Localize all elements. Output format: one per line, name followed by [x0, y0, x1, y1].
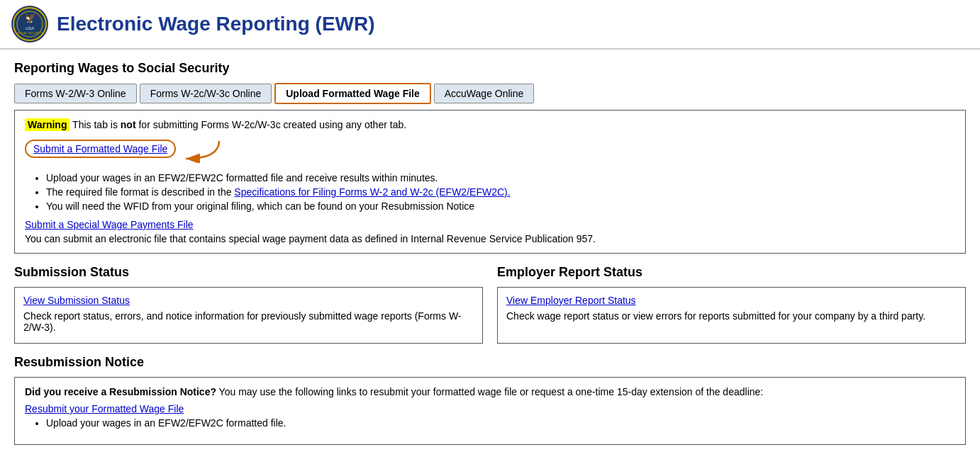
upload-bullets: Upload your wages in an EFW2/EFW2C forma… — [46, 172, 955, 212]
warning-text: This tab is not for submitting Forms W-2… — [69, 119, 406, 130]
ssa-logo: 🦅 USA SOCIAL SECURITY — [11, 6, 48, 43]
resubmission-question-rest: You may use the following links to resub… — [216, 386, 763, 397]
special-wage-link[interactable]: Submit a Special Wage Payments File — [25, 219, 194, 230]
svg-text:USA: USA — [26, 26, 34, 30]
reporting-section: Reporting Wages to Social Security Forms… — [14, 61, 966, 254]
special-wage-desc: You can submit an electronic file that c… — [25, 233, 955, 244]
warning-badge: Warning — [25, 118, 69, 131]
warning-line: Warning This tab is not for submitting F… — [25, 119, 955, 130]
resubmission-bullet-1: Upload your wages in an EFW2/EFW2C forma… — [46, 417, 955, 429]
resubmission-section: Resubmission Notice Did you receive a Re… — [14, 355, 966, 445]
submission-status-col: Submission Status View Submission Status… — [14, 265, 483, 344]
resubmission-bullets: Upload your wages in an EFW2/EFW2C forma… — [46, 417, 955, 429]
employer-report-desc: Check wage report status or view errors … — [506, 310, 957, 322]
tab-w2c-w3c[interactable]: Forms W-2c/W-3c Online — [140, 84, 272, 103]
status-columns: Submission Status View Submission Status… — [14, 265, 966, 344]
submit-formatted-wage-link[interactable]: Submit a Formatted Wage File — [33, 143, 167, 154]
tab-upload[interactable]: Upload Formatted Wage File — [274, 83, 431, 104]
page-header: 🦅 USA SOCIAL SECURITY Electronic Wage Re… — [0, 0, 980, 50]
submission-status-box: View Submission Status Check report stat… — [14, 287, 483, 344]
page-title: Electronic Wage Reporting (EWR) — [57, 13, 375, 35]
bullet-3: You will need the WFID from your origina… — [46, 200, 955, 212]
submission-status-heading: Submission Status — [14, 265, 483, 280]
spec-link[interactable]: Specifications for Filing Forms W-2 and … — [234, 186, 510, 198]
resubmission-question-bold: Did you receive a Resubmission Notice? — [25, 386, 216, 397]
submission-status-desc: Check report status, errors, and notice … — [23, 310, 474, 333]
employer-report-heading: Employer Report Status — [497, 265, 966, 280]
tabs-row: Forms W-2/W-3 Online Forms W-2c/W-3c Onl… — [14, 83, 966, 104]
main-content: Reporting Wages to Social Security Forms… — [0, 50, 980, 456]
reporting-heading: Reporting Wages to Social Security — [14, 61, 966, 76]
svg-text:🦅: 🦅 — [24, 12, 37, 24]
view-employer-report-link[interactable]: View Employer Report Status — [506, 295, 636, 306]
resubmission-question: Did you receive a Resubmission Notice? Y… — [25, 386, 955, 397]
resubmission-box: Did you receive a Resubmission Notice? Y… — [14, 377, 966, 445]
submit-wage-section: Submit a Formatted Wage File — [25, 137, 955, 165]
bullet-3-text: You will need the WFID from your origina… — [46, 200, 474, 212]
bullet-1: Upload your wages in an EFW2/EFW2C forma… — [46, 172, 955, 183]
bullet-1-text: Upload your wages in an EFW2/EFW2C forma… — [46, 172, 438, 183]
resubmission-heading: Resubmission Notice — [14, 355, 966, 370]
view-submission-status-link[interactable]: View Submission Status — [23, 295, 130, 306]
tab-w2-w3[interactable]: Forms W-2/W-3 Online — [14, 84, 137, 103]
employer-report-col: Employer Report Status View Employer Rep… — [497, 265, 966, 344]
arrow-annotation — [180, 137, 223, 165]
special-wage-section: Submit a Special Wage Payments File You … — [25, 219, 955, 244]
submit-wage-link-wrapper: Submit a Formatted Wage File — [25, 140, 176, 158]
bullet-2: The required file format is described in… — [46, 186, 955, 198]
employer-report-box: View Employer Report Status Check wage r… — [497, 287, 966, 344]
bullet-2-prefix: The required file format is described in… — [46, 186, 234, 198]
upload-content-box: Warning This tab is not for submitting F… — [14, 110, 966, 254]
svg-text:SOCIAL SECURITY: SOCIAL SECURITY — [17, 31, 43, 35]
resubmit-wage-link[interactable]: Resubmit your Formatted Wage File — [25, 403, 184, 414]
tab-accuwage[interactable]: AccuWage Online — [434, 84, 535, 103]
